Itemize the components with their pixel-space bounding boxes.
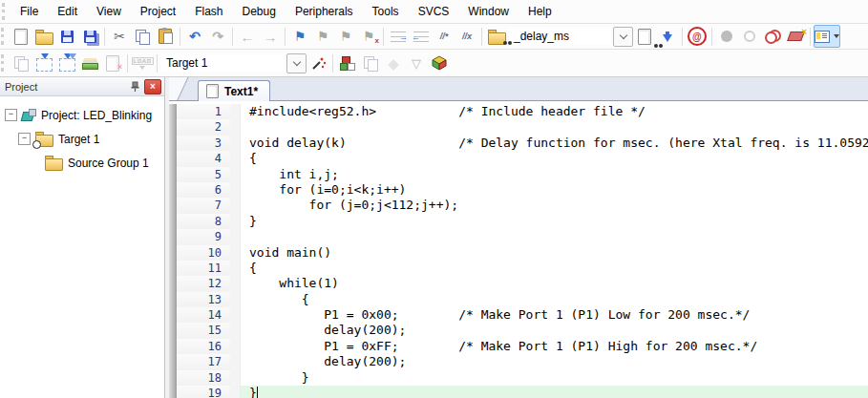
bookmark-clear-all-button[interactable]: ⚑x [357,26,380,47]
tree-item-project[interactable]: − Project: LED_Blinking [0,103,164,127]
breakpoint-margin[interactable] [169,229,177,244]
code-line[interactable]: 15 delay(200); [169,323,868,338]
pin-panel-button[interactable] [128,80,141,94]
toolbar-grip[interactable] [1,54,7,72]
incremental-find-button[interactable] [656,26,679,47]
code-line[interactable]: 9 [169,229,868,244]
code-line[interactable]: 7 for (j=0;j<112;j++); [169,198,868,213]
search-combobox[interactable]: _delay_ms [508,27,633,47]
comment-button[interactable]: //* [433,26,455,47]
breakpoint-margin[interactable] [169,198,177,213]
code-line[interactable]: 3void delay(k) /* Delay function for mse… [169,136,868,151]
expand-collapse-icon[interactable]: − [5,109,17,121]
menu-file[interactable]: File [11,1,48,22]
fold-margin[interactable] [230,167,241,182]
bookmark-toggle-button[interactable]: ⚑ [288,26,311,47]
menu-help[interactable]: Help [519,1,561,22]
disable-all-breakpoints-button[interactable] [761,26,784,47]
fold-margin[interactable] [230,354,241,369]
fold-margin[interactable] [230,386,241,398]
fold-margin[interactable] [230,119,241,135]
search-input[interactable]: _delay_ms [508,28,611,45]
device-database-button[interactable]: ◆ [382,52,405,73]
fold-margin[interactable] [230,136,241,151]
unindent-button[interactable]: ← [410,26,433,47]
window-layout-button[interactable] [814,25,840,48]
expand-collapse-icon[interactable]: − [18,133,31,145]
code-line[interactable]: 13 { [169,292,868,307]
menu-flash[interactable]: Flash [185,1,232,22]
breakpoint-margin[interactable] [169,261,177,276]
code-line[interactable]: 1#include<reg52.h> /* Include header fil… [169,104,868,119]
fold-margin[interactable] [230,245,241,261]
bookmark-next-button[interactable]: ⚑ [311,26,334,47]
menu-window[interactable]: Window [458,1,519,22]
function-filter-button[interactable]: ▽ [405,52,428,73]
code-line[interactable]: 4{ [169,151,868,166]
breakpoint-margin[interactable] [169,104,177,119]
navigate-forward-button[interactable]: → [259,26,282,47]
code-editor[interactable]: 1#include<reg52.h> /* Include header fil… [169,101,868,398]
breakpoint-margin[interactable] [169,370,177,386]
enable-breakpoint-button[interactable] [738,26,761,47]
navigate-back-button[interactable]: ← [236,26,259,47]
copy-button[interactable] [131,26,154,47]
toolbar-grip[interactable] [2,3,8,20]
menu-edit[interactable]: Edit [48,1,87,22]
multi-project-button[interactable] [359,52,382,73]
rebuild-button[interactable] [55,52,78,73]
fold-margin[interactable] [230,323,241,338]
open-file-button[interactable] [32,26,55,47]
build-button[interactable] [32,52,55,73]
code-line-current[interactable]: 19} [169,386,868,398]
kill-all-breakpoints-button[interactable]: × [784,26,807,47]
pack-installer-button[interactable] [428,52,451,73]
breakpoint-margin[interactable] [169,119,177,135]
save-button[interactable] [55,26,78,47]
code-line[interactable]: 8} [169,214,868,229]
fold-margin[interactable] [230,151,241,166]
breakpoint-margin[interactable] [169,323,177,338]
toggle-breakpoint-button[interactable] [715,26,738,47]
code-line[interactable]: 14 P1 = 0x00; /* Make Port 1 (P1) Low fo… [169,307,868,323]
fold-margin[interactable] [230,214,241,229]
breakpoint-margin[interactable] [169,136,177,151]
paste-button[interactable] [154,26,177,47]
code-line[interactable]: 12 while(1) [169,276,868,291]
fold-margin[interactable] [230,292,241,307]
code-line[interactable]: 16 P1 = 0xFF; /* Make Port 1 (P1) High f… [169,339,868,354]
menu-tools[interactable]: Tools [363,1,409,22]
fold-margin[interactable] [230,182,241,198]
find-in-files-dialog-button[interactable] [633,26,656,47]
breakpoint-margin[interactable] [169,276,177,291]
breakpoint-margin[interactable] [169,354,177,369]
code-line[interactable]: 18 } [169,370,868,386]
tab-text1[interactable]: Text1* [198,80,270,101]
cut-button[interactable]: ✂ [108,26,131,47]
fold-margin[interactable] [230,370,241,386]
breakpoint-margin[interactable] [169,339,177,354]
fold-margin[interactable] [230,229,241,244]
breakpoint-margin[interactable] [169,182,177,198]
indent-button[interactable]: → [387,26,410,47]
menu-svcs[interactable]: SVCS [409,1,459,22]
manage-project-items-button[interactable] [336,52,359,73]
breakpoint-margin[interactable] [169,167,177,182]
fold-margin[interactable] [230,339,241,354]
toolbar-grip[interactable] [1,28,7,45]
breakpoint-margin[interactable] [169,151,177,166]
fold-margin[interactable] [230,198,241,213]
target-select-combobox[interactable]: Target 1 [160,53,307,73]
fold-margin[interactable] [230,307,241,323]
translate-button[interactable] [10,52,32,73]
undo-button[interactable]: ↶ [183,26,206,47]
menu-debug[interactable]: Debug [233,1,286,22]
code-line[interactable]: 11{ [169,261,868,276]
stop-build-button[interactable]: × [101,52,124,73]
breakpoint-margin[interactable] [169,386,177,398]
redo-button[interactable]: ↷ [206,26,229,47]
options-for-target-button[interactable] [307,52,329,73]
breakpoint-margin[interactable] [169,214,177,229]
breakpoint-margin[interactable] [169,307,177,323]
fold-margin[interactable] [230,276,241,291]
